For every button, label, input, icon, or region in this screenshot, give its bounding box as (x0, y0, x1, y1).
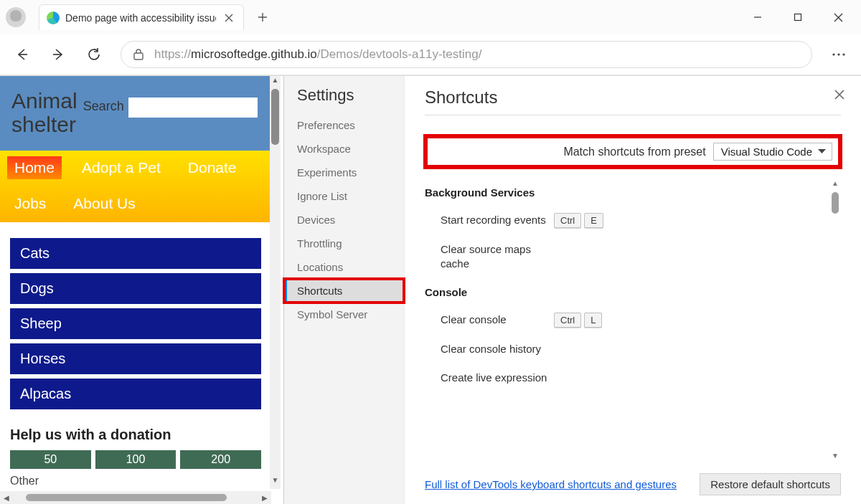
scroll-up-icon[interactable]: ▲ (829, 179, 841, 191)
tab-close-button[interactable] (222, 11, 236, 25)
window-maximize-button[interactable] (778, 3, 818, 32)
preset-select[interactable]: Visual Studio Code (713, 143, 832, 161)
url-host: microsoftedge.github.io (191, 47, 317, 61)
settings-item-symbol-server[interactable]: Symbol Server (284, 303, 404, 326)
settings-item-shortcuts[interactable]: Shortcuts (284, 279, 404, 303)
scroll-right-icon[interactable]: ▶ (258, 494, 271, 502)
close-icon (225, 14, 233, 22)
settings-item-preferences[interactable]: Preferences (284, 113, 404, 137)
window-controls (738, 3, 858, 32)
scroll-down-icon[interactable]: ▼ (270, 476, 281, 489)
settings-title: Settings (284, 86, 404, 113)
refresh-icon (87, 47, 101, 62)
svg-rect-0 (795, 14, 801, 21)
preset-label: Match shortcuts from preset (563, 146, 705, 158)
donation-row: 50 100 200 (10, 450, 261, 469)
scroll-thumb[interactable] (832, 192, 839, 214)
list-item[interactable]: Sheep (10, 308, 261, 339)
settings-item-experiments[interactable]: Experiments (284, 161, 404, 184)
nav-home[interactable]: Home (7, 156, 62, 179)
shortcut-label: Start recording events (425, 213, 554, 227)
url-scheme: https:// (154, 47, 191, 61)
minimize-icon (753, 13, 762, 22)
nav-about[interactable]: About Us (66, 192, 142, 215)
key-badge: Ctrl (554, 313, 581, 328)
shortcut-label: Clear console history (425, 342, 554, 356)
shortcut-row: Clear source maps cache (425, 235, 828, 279)
settings-item-ignore-list[interactable]: Ignore List (284, 184, 404, 208)
nav-jobs[interactable]: Jobs (7, 192, 53, 215)
tab-title: Demo page with accessibility issue (65, 12, 216, 24)
settings-item-workspace[interactable]: Workspace (284, 137, 404, 161)
shortcut-label: Clear console (425, 313, 554, 327)
site-vertical-scrollbar[interactable]: ▲ ▼ (270, 76, 281, 489)
tab-strip: Demo page with accessibility issue (0, 0, 861, 34)
nav-back-button[interactable] (6, 40, 39, 69)
preset-value: Visual Studio Code (721, 146, 812, 158)
key-badge: Ctrl (554, 213, 581, 228)
shortcut-label: Clear source maps cache (425, 242, 554, 272)
site-banner: Animal shelter Search (0, 76, 271, 151)
nav-toolbar: https://microsoftedge.github.io/Demos/de… (0, 34, 861, 75)
maximize-icon (794, 13, 802, 22)
section-title-background: Background Services (425, 186, 828, 199)
scroll-up-icon[interactable]: ▲ (270, 76, 281, 89)
full-list-link[interactable]: Full list of DevTools keyboard shortcuts… (425, 478, 677, 490)
donation-button[interactable]: 100 (95, 450, 177, 469)
shortcut-list-scrollbar[interactable]: ▲ ▼ (829, 179, 841, 463)
browser-tab[interactable]: Demo page with accessibility issue (39, 4, 244, 30)
settings-item-devices[interactable]: Devices (284, 208, 404, 232)
nav-refresh-button[interactable] (77, 40, 110, 69)
browser-menu-button[interactable] (822, 40, 855, 69)
profile-avatar-icon[interactable] (6, 7, 26, 27)
ellipsis-icon (832, 53, 845, 56)
close-icon (834, 89, 845, 100)
settings-item-locations[interactable]: Locations (284, 255, 404, 279)
donation-section: Help us with a donation 50 100 200 Other (0, 421, 271, 489)
search-label: Search (83, 99, 124, 114)
site-title-line2: shelter (11, 113, 76, 136)
close-icon (834, 13, 843, 22)
scroll-left-icon[interactable]: ◀ (0, 494, 13, 502)
chevron-down-icon (818, 149, 826, 154)
site-nav: Home Adopt a Pet Donate Jobs About Us (0, 151, 271, 222)
settings-item-throttling[interactable]: Throttling (284, 232, 404, 255)
shortcut-list: Background Services Start recording even… (425, 179, 841, 463)
url-path: /Demos/devtools-a11y-testing/ (317, 47, 482, 61)
donation-heading: Help us with a donation (10, 427, 261, 443)
shortcut-row: Start recording events Ctrl E (425, 206, 828, 235)
new-tab-button[interactable] (248, 4, 277, 30)
list-item[interactable]: Cats (10, 238, 261, 269)
list-item[interactable]: Alpacas (10, 379, 261, 409)
donation-button[interactable]: 200 (180, 450, 261, 469)
search-input[interactable] (128, 98, 258, 118)
scroll-thumb[interactable] (26, 494, 227, 501)
list-item[interactable]: Dogs (10, 273, 261, 304)
shortcut-label: Create live expression (425, 371, 554, 385)
window-minimize-button[interactable] (738, 3, 778, 32)
site-title: Animal shelter (11, 89, 77, 136)
section-title-console: Console (425, 286, 828, 298)
arrow-left-icon (15, 47, 29, 62)
shortcut-keys: Ctrl E (554, 213, 603, 228)
nav-adopt[interactable]: Adopt a Pet (75, 156, 168, 179)
site-horizontal-scrollbar[interactable]: ◀ ▶ (0, 491, 271, 504)
nav-donate[interactable]: Donate (181, 156, 244, 179)
address-bar[interactable]: https://microsoftedge.github.io/Demos/de… (121, 41, 812, 68)
donation-button[interactable]: 50 (10, 450, 91, 469)
donation-other-label: Other (10, 475, 261, 488)
settings-sidebar: Settings Preferences Workspace Experimen… (284, 76, 405, 504)
scroll-thumb[interactable] (271, 89, 279, 145)
svg-rect-1 (134, 53, 143, 60)
list-item[interactable]: Horses (10, 343, 261, 374)
pane-footer: Full list of DevTools keyboard shortcuts… (425, 463, 841, 495)
edge-favicon-icon (47, 11, 60, 24)
preset-row: Match shortcuts from preset Visual Studi… (425, 135, 841, 168)
scroll-down-icon[interactable]: ▼ (829, 452, 841, 463)
key-badge: E (584, 213, 603, 228)
devtools-close-button[interactable] (831, 86, 848, 103)
nav-forward-button[interactable] (42, 40, 75, 69)
restore-defaults-button[interactable]: Restore default shortcuts (700, 473, 841, 495)
window-close-button[interactable] (818, 3, 858, 32)
key-badge: L (584, 313, 602, 328)
